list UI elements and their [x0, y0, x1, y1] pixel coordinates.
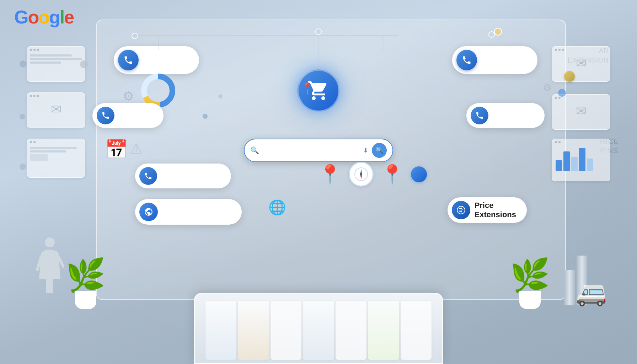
price-extensions-icon — [452, 201, 470, 219]
phone-icon-5 — [144, 172, 152, 180]
calendar-icon: 📅 — [105, 139, 128, 160]
bar-4 — [579, 148, 585, 171]
window-dots-2 — [27, 93, 85, 99]
price-extensions-main: PriceExtensions — [475, 201, 516, 219]
plant-right: 🌿 — [510, 259, 550, 309]
globe-icon-middle: 🌐 — [268, 199, 286, 216]
google-logo: Google — [14, 6, 74, 28]
tablet-card-1 — [205, 301, 236, 360]
tablet-card-2 — [238, 301, 269, 360]
window-content-1 — [27, 53, 85, 68]
sidebar-window-r3 — [552, 139, 610, 181]
sitelinks-top-icon — [118, 50, 139, 70]
window-content-3 — [27, 145, 85, 164]
price-extensions-text: PriceExtensions — [475, 201, 516, 219]
dot-r2a — [555, 97, 557, 99]
window-line-3a — [30, 147, 77, 149]
svg-point-6 — [360, 173, 362, 175]
phone-icon-1 — [123, 55, 133, 65]
envelope-icon-r1: ✉ — [555, 54, 607, 71]
map-pin-1: 📍 — [318, 164, 342, 185]
price-svg — [456, 205, 466, 215]
gold-sphere — [564, 71, 575, 82]
compass-svg — [354, 167, 368, 181]
bar-5 — [587, 159, 593, 171]
dot-1a — [30, 49, 32, 51]
map-pins-container: 📍 📍 — [318, 162, 427, 187]
sphere-4 — [20, 60, 27, 68]
sidebar-window-r2: ✉ — [552, 94, 610, 130]
search-icon-left: 🔍 — [250, 146, 259, 155]
search-input[interactable] — [263, 147, 359, 154]
sitelinks-top-card — [114, 46, 199, 74]
dot-r1c — [562, 49, 564, 51]
call-buttons-lower-card — [135, 164, 231, 188]
svg-point-8 — [45, 237, 55, 247]
plant-leaves-right: 🌿 — [510, 259, 550, 291]
sitelinks-bottom-icon — [97, 107, 114, 124]
dot-3a — [30, 141, 32, 143]
window-dots-r1 — [552, 47, 610, 53]
blue-dot — [411, 166, 427, 182]
dot-r1a — [555, 49, 557, 51]
compass-icon — [349, 162, 374, 187]
window-content-2: ✉ — [27, 99, 85, 120]
sidebar-window-3 — [27, 139, 85, 178]
price-extensions-card: PriceExtensions — [448, 197, 527, 223]
location-extensions-icon — [139, 203, 158, 221]
tablet-card-3 — [271, 301, 301, 360]
bar-3 — [571, 157, 578, 171]
bar-1 — [556, 160, 562, 171]
node-dot-gold — [494, 28, 502, 36]
map-pin-2: 📍 — [381, 164, 404, 185]
phone-icon-4 — [475, 111, 484, 120]
envelope-icon-r2: ✉ — [555, 102, 607, 119]
sitelinks-bottom-card — [92, 103, 164, 128]
window-dots-3 — [27, 139, 85, 145]
sidebar-window-2: ✉ — [27, 92, 85, 128]
window-rect-3 — [30, 154, 48, 161]
search-bar[interactable]: 🔍 ⬇ 🔍 — [244, 139, 393, 162]
gear-icon-1: ⚙ — [123, 89, 134, 104]
dot-r2b — [558, 97, 561, 99]
node-dot-2 — [315, 28, 322, 35]
person-svg — [36, 236, 64, 293]
window-line-3b — [30, 150, 66, 152]
call-buttons-lower-icon — [139, 167, 157, 185]
warning-triangle: ⚠ — [130, 140, 143, 157]
dot-2c — [37, 95, 39, 97]
sidebar-window-r1: ✉ — [552, 46, 610, 82]
dot-r1b — [558, 49, 561, 51]
plant-pot-left — [75, 291, 96, 309]
call-buttons-icon — [471, 107, 488, 124]
globe-svg — [144, 207, 153, 216]
plant-pot-right — [519, 291, 541, 309]
envelope-icon-1: ✉ — [30, 101, 82, 117]
person-figure — [36, 236, 64, 293]
tablet-card-5 — [336, 301, 366, 360]
dot-r3b — [558, 141, 561, 143]
download-icon: ⬇ — [363, 146, 368, 154]
window-dots-r3 — [552, 139, 610, 145]
node-dot-1 — [132, 33, 138, 39]
blue-dot-r — [558, 89, 566, 97]
window-dots-1 — [27, 47, 85, 53]
sphere-1 — [80, 60, 88, 68]
location-icon-center: 📍 — [300, 82, 315, 95]
window-line-1c — [30, 61, 61, 64]
window-content-r1: ✉ — [552, 53, 610, 74]
dot-3b — [33, 141, 36, 143]
call-extensions-card — [452, 46, 537, 74]
sphere-5 — [20, 114, 25, 119]
sphere-3 — [218, 94, 223, 98]
search-button[interactable]: 🔍 — [372, 143, 387, 158]
dot-1c — [37, 49, 39, 51]
tablet-card-4 — [303, 301, 334, 360]
plant-left: 🌿 — [66, 259, 106, 309]
cylinder-2 — [564, 270, 575, 305]
dot-r3a — [555, 141, 557, 143]
window-content-r2: ✉ — [552, 101, 610, 122]
delivery-van: 🚐 — [576, 278, 607, 307]
window-line-1a — [30, 54, 72, 57]
bar-chart — [552, 145, 610, 174]
